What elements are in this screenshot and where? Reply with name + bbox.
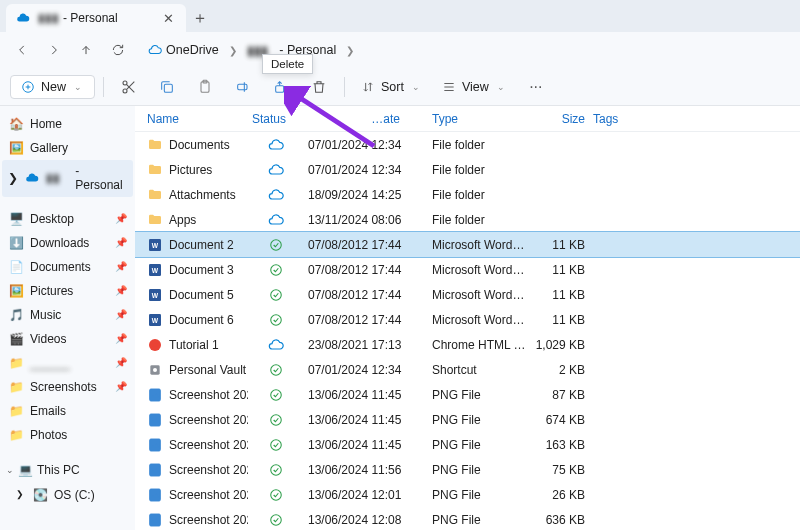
cell-status — [248, 438, 304, 452]
svg-point-2 — [123, 89, 127, 93]
cell-size: 11 KB — [531, 288, 589, 302]
cell-status — [248, 463, 304, 477]
png-file-icon — [147, 412, 163, 428]
file-row[interactable]: Screenshot 2024-06...13/06/2024 12:01PNG… — [135, 482, 800, 507]
more-button[interactable]: ··· — [519, 73, 553, 101]
sidebar-emails[interactable]: 📁Emails — [2, 399, 133, 423]
file-row[interactable]: WDocument 307/08/2012 17:44Microsoft Wor… — [135, 257, 800, 282]
breadcrumb-root[interactable]: OneDrive — [144, 41, 223, 59]
svg-point-1 — [123, 81, 127, 85]
file-name: Personal Vault — [169, 363, 246, 377]
cell-name: Apps — [143, 212, 248, 228]
header-tags[interactable]: Tags — [589, 112, 649, 126]
share-button[interactable] — [264, 73, 298, 101]
refresh-button[interactable] — [104, 36, 132, 64]
view-button[interactable]: View⌄ — [434, 76, 515, 98]
file-row[interactable]: WDocument 507/08/2012 17:44Microsoft Wor… — [135, 282, 800, 307]
file-row[interactable]: Personal Vault07/01/2024 12:34Shortcut2 … — [135, 357, 800, 382]
svg-text:W: W — [152, 266, 159, 273]
folder-icon: 📁 — [8, 379, 24, 395]
file-row[interactable]: Apps13/11/2024 08:06File folder — [135, 207, 800, 232]
paste-button[interactable] — [188, 73, 222, 101]
window-tab[interactable]: ▮▮▮- Personal ✕ — [6, 4, 186, 32]
status-synced-icon — [269, 238, 283, 252]
forward-button[interactable] — [40, 36, 68, 64]
new-button[interactable]: New ⌄ — [10, 75, 95, 99]
file-row[interactable]: Attachments18/09/2024 14:25File folder — [135, 182, 800, 207]
cell-date: 07/08/2012 17:44 — [304, 263, 428, 277]
word-doc-icon: W — [147, 262, 163, 278]
pin-icon: 📌 — [115, 261, 127, 273]
cell-date: 13/06/2024 11:56 — [304, 463, 428, 477]
file-row[interactable]: Screenshot 2024-06...13/06/2024 11:45PNG… — [135, 382, 800, 407]
file-row[interactable]: Pictures07/01/2024 12:34File folder — [135, 157, 800, 182]
folder-icon — [147, 212, 163, 228]
file-name: Document 6 — [169, 313, 234, 327]
header-type[interactable]: Type — [428, 112, 531, 126]
sidebar-thispc[interactable]: ⌄💻This PC — [2, 457, 133, 483]
cell-name: Personal Vault — [143, 362, 248, 378]
file-row[interactable]: WDocument 207/08/2012 17:44Microsoft Wor… — [135, 232, 800, 257]
rename-button[interactable] — [226, 73, 260, 101]
file-row[interactable]: Screenshot 2024-06...13/06/2024 12:08PNG… — [135, 507, 800, 530]
cell-name: Screenshot 2024-06... — [143, 487, 248, 503]
png-file-icon — [147, 387, 163, 403]
sidebar-music[interactable]: 🎵Music📌 — [2, 303, 133, 327]
file-row[interactable]: Screenshot 2024-06...13/06/2024 11:45PNG… — [135, 432, 800, 457]
vault-icon — [147, 362, 163, 378]
cut-button[interactable] — [112, 73, 146, 101]
file-row[interactable]: WDocument 607/08/2012 17:44Microsoft Wor… — [135, 307, 800, 332]
cell-name: WDocument 6 — [143, 312, 248, 328]
pin-icon: 📌 — [115, 357, 127, 369]
sidebar-desktop[interactable]: 🖥️Desktop📌 — [2, 207, 133, 231]
up-button[interactable] — [72, 36, 100, 64]
sidebar-home[interactable]: 🏠Home — [2, 112, 133, 136]
status-synced-icon — [269, 363, 283, 377]
tab-close-icon[interactable]: ✕ — [161, 9, 176, 28]
sidebar-screenshots[interactable]: 📁Screenshots📌 — [2, 375, 133, 399]
status-cloud-icon — [268, 212, 284, 228]
status-cloud-icon — [268, 162, 284, 178]
toolbar: New ⌄ Sort⌄ View⌄ ··· — [0, 68, 800, 106]
back-button[interactable] — [8, 36, 36, 64]
cell-size: 2 KB — [531, 363, 589, 377]
cell-date: 13/06/2024 11:45 — [304, 388, 428, 402]
folder-icon: 📁 — [8, 427, 24, 443]
sidebar-videos[interactable]: 🎬Videos📌 — [2, 327, 133, 351]
scissors-icon — [121, 79, 137, 95]
sidebar-onedrive-personal[interactable]: ❯▮▮ - Personal — [2, 160, 133, 197]
sidebar-photos[interactable]: 📁Photos — [2, 423, 133, 447]
file-row[interactable]: Documents07/01/2024 12:34File folder — [135, 132, 800, 157]
copy-button[interactable] — [150, 73, 184, 101]
status-synced-icon — [269, 288, 283, 302]
onedrive-cloud-icon — [25, 171, 39, 185]
cell-date: 13/06/2024 12:01 — [304, 488, 428, 502]
file-row[interactable]: Screenshot 2024-06...13/06/2024 11:56PNG… — [135, 457, 800, 482]
cell-status — [248, 513, 304, 527]
sidebar-documents[interactable]: 📄Documents📌 — [2, 255, 133, 279]
sort-button[interactable]: Sort⌄ — [353, 76, 430, 98]
cell-date: 07/08/2012 17:44 — [304, 288, 428, 302]
delete-button[interactable] — [302, 73, 336, 101]
delete-tooltip: Delete — [262, 54, 313, 74]
header-status[interactable]: Status — [248, 112, 304, 126]
header-size[interactable]: Size — [531, 112, 589, 126]
file-row[interactable]: Screenshot 2024-06...13/06/2024 11:45PNG… — [135, 407, 800, 432]
sidebar-folder-blurred[interactable]: 📁______📌 — [2, 351, 133, 375]
svg-text:W: W — [152, 241, 159, 248]
word-doc-icon: W — [147, 287, 163, 303]
sidebar-pictures[interactable]: 🖼️Pictures📌 — [2, 279, 133, 303]
new-tab-button[interactable]: ＋ — [186, 4, 214, 32]
png-file-icon — [147, 487, 163, 503]
desktop-icon: 🖥️ — [8, 211, 24, 227]
header-name[interactable]: Name — [143, 112, 248, 126]
svg-rect-6 — [238, 84, 247, 89]
file-row[interactable]: Tutorial 123/08/2021 17:13Chrome HTML Do… — [135, 332, 800, 357]
chevron-right-icon: ❯ — [344, 45, 356, 56]
pin-icon: 📌 — [115, 237, 127, 249]
sidebar-osc[interactable]: ❯💽OS (C:) — [2, 483, 133, 507]
sidebar-gallery[interactable]: 🖼️Gallery — [2, 136, 133, 160]
header-date[interactable]: …ate — [304, 112, 428, 126]
sidebar-downloads[interactable]: ⬇️Downloads📌 — [2, 231, 133, 255]
chevron-down-icon: ⌄ — [72, 82, 84, 92]
